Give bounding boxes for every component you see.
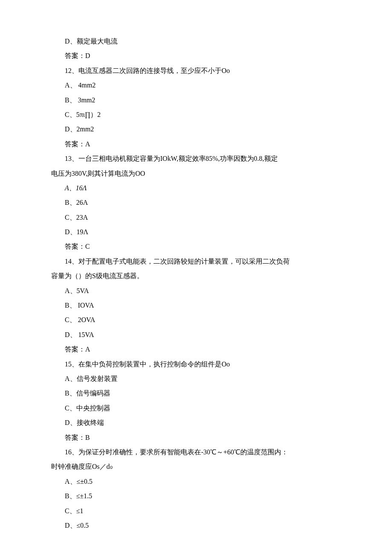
text-line: A、16Λ [51, 181, 341, 195]
text-line: C、≤1 [51, 504, 341, 518]
text-line: 14、对于配置电子式电能表，二次回路较短的计量装置，可以采用二次负荷 [51, 254, 341, 269]
text-line: A、信号发射装置 [51, 372, 341, 386]
text-line: D、≤0.5 [51, 518, 341, 533]
text-line: 电压为380V,则其计算电流为OO [51, 166, 341, 181]
text-line: D、2mm2 [51, 122, 341, 137]
text-line: A、 4mm2 [51, 78, 341, 93]
text-line: D、额定最大电流 [51, 34, 341, 49]
document-body: D、额定最大电流答案：D12、电流互感器二次回路的连接导线，至少应不小于OoA、… [51, 34, 341, 533]
text-line: C、中央控制器 [51, 401, 341, 416]
text-line: 12、电流互感器二次回路的连接导线，至少应不小于Oo [51, 64, 341, 78]
text-line: 答案：C [51, 239, 341, 254]
text-line: 答案：A [51, 137, 341, 151]
text-line: 13、一台三相电动机额定容量为IOkW,额定效率85%,功率因数为0.8,额定 [51, 151, 341, 166]
text-line: C、23A [51, 210, 341, 225]
text-line: D、 15VA [51, 328, 341, 342]
text-line: 时钟准确度应Os／d₀ [51, 459, 341, 474]
text-line: B、26A [51, 195, 341, 210]
text-line: B、≤±1.5 [51, 489, 341, 503]
text-line: B、 3mm2 [51, 93, 341, 108]
text-line: B、信号编码器 [51, 386, 341, 401]
text-line: 15、在集中负荷控制装置中，执行控制命令的组件是Oo [51, 357, 341, 372]
text-line: D、19Λ [51, 225, 341, 239]
text-line: D、接收终端 [51, 416, 341, 430]
text-line: 16、为保证分时准确性，要求所有智能电表在-30℃～+60℃的温度范围内： [51, 445, 341, 459]
text-line: C、5πι∏）2 [51, 108, 341, 122]
text-line: 答案：A [51, 342, 341, 357]
text-line: A、≤±0.5 [51, 474, 341, 489]
text-line: C、 2OVA [51, 313, 341, 327]
text-line: A、5VA [51, 284, 341, 298]
text-line: 答案：D [51, 49, 341, 63]
text-line: 容量为（）的S级电流互感器。 [51, 269, 341, 283]
text-line: 答案：B [51, 430, 341, 445]
text-line: B、 IOVA [51, 298, 341, 313]
